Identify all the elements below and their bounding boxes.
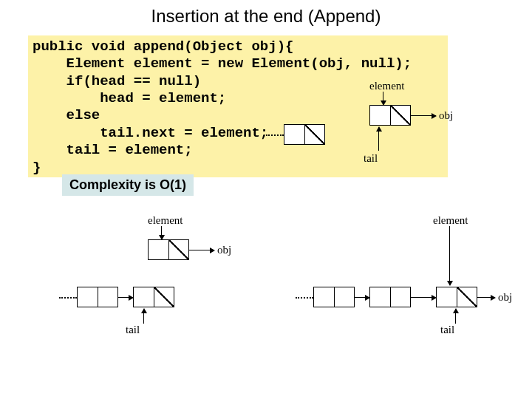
page-title: Insertion at the end (Append) xyxy=(0,6,532,27)
arrow-tail-up xyxy=(378,127,379,151)
label-tail: tail xyxy=(126,324,140,336)
arrow-to-obj xyxy=(477,297,495,298)
list-tail-null xyxy=(304,124,325,145)
null-slash xyxy=(168,239,189,260)
list-dashes xyxy=(59,297,77,299)
list-node-2 xyxy=(369,287,411,307)
arrow-element-down xyxy=(449,226,450,285)
diagram-after-link: element obj tail xyxy=(296,214,525,340)
arrow-link-1 xyxy=(355,297,369,298)
label-tail: tail xyxy=(440,324,454,336)
label-element: element xyxy=(433,214,468,227)
list-node-1 xyxy=(313,287,355,307)
label-obj: obj xyxy=(439,109,453,122)
arrow-node-link xyxy=(118,297,133,298)
label-obj: obj xyxy=(498,291,512,304)
label-element: element xyxy=(369,80,404,92)
list-tail-null xyxy=(154,287,174,307)
arrow-element-down xyxy=(383,92,383,105)
arrow-tail-up xyxy=(455,309,456,324)
label-tail: tail xyxy=(364,152,378,165)
arrow-to-obj xyxy=(411,115,436,116)
arrow-element-down xyxy=(161,226,162,239)
complexity-note: Complexity is O(1) xyxy=(62,174,194,196)
arrow-tail-up xyxy=(143,309,144,324)
list-dashes xyxy=(296,297,313,299)
arrow-to-obj xyxy=(189,250,214,250)
diagram-empty-case: element obj tail xyxy=(266,80,502,176)
null-slash xyxy=(390,105,411,126)
null-slash xyxy=(457,287,477,307)
label-element: element xyxy=(148,214,183,227)
diagram-before-link: element obj tail xyxy=(59,214,281,340)
list-dashes xyxy=(266,134,284,136)
label-obj: obj xyxy=(217,244,231,256)
list-node-1 xyxy=(77,287,118,307)
arrow-link-2 xyxy=(411,297,436,298)
